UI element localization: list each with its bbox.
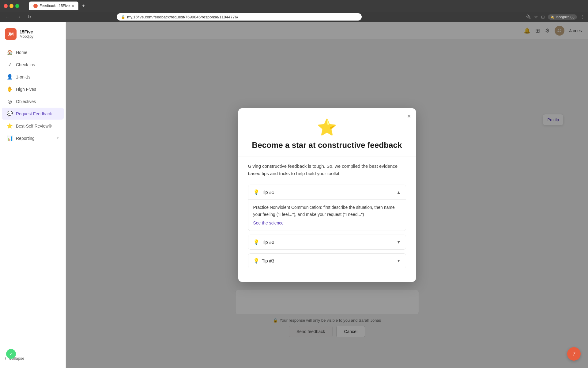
sidebar-item-highfives[interactable]: ✋ High Fives bbox=[2, 83, 64, 95]
sidebar-item-requestfeedback-label: Request Feedback bbox=[16, 111, 52, 116]
tip-3-label: Tip #3 bbox=[262, 258, 274, 263]
tip-3-icon: 💡 bbox=[253, 258, 259, 264]
tip-1-link[interactable]: See the science bbox=[253, 220, 284, 225]
sidebar-item-reporting[interactable]: 📊 Reporting ▾ bbox=[2, 132, 64, 144]
forward-button[interactable]: → bbox=[15, 14, 23, 20]
tip-1-content: Practice Nonviolent Communication: first… bbox=[248, 199, 406, 231]
tip-1-text: Practice Nonviolent Communication: first… bbox=[253, 204, 401, 218]
modal-body: Giving constructive feedback is tough. S… bbox=[238, 163, 416, 282]
tip-2-label: Tip #2 bbox=[262, 240, 274, 245]
extension-icon[interactable]: 🔌 bbox=[526, 14, 531, 19]
modal-close-button[interactable]: × bbox=[407, 113, 411, 119]
tip-1-label: Tip #1 bbox=[262, 190, 274, 195]
main-content: 🔔 ⊞ ⚙ JJ James Pro tip 🔒 Your response w… bbox=[66, 22, 588, 368]
modal-title: Become a star at constructive feedback bbox=[248, 140, 406, 150]
pro-tip-modal: × ⭐ Become a star at constructive feedba… bbox=[238, 108, 416, 282]
sidebar-item-requestfeedback[interactable]: 💬 Request Feedback bbox=[2, 108, 64, 120]
help-button[interactable]: ? bbox=[567, 347, 581, 361]
modal-divider bbox=[238, 156, 416, 156]
sidebar-nav: 🏠 Home ✓ Check-ins 👤 1-on-1s ✋ High Five… bbox=[0, 46, 66, 352]
back-button[interactable]: ← bbox=[4, 14, 12, 20]
sidebar-item-highfives-label: High Fives bbox=[16, 87, 36, 92]
active-tab[interactable]: Feedback · 15Five ✕ bbox=[29, 2, 78, 10]
tab-title: Feedback · 15Five bbox=[40, 4, 70, 8]
sidebar-item-bestself-label: Best-Self Review® bbox=[16, 124, 52, 128]
lock-icon: 🔒 bbox=[121, 15, 125, 19]
sidebar-item-home-label: Home bbox=[16, 50, 27, 55]
maximize-window-button[interactable] bbox=[15, 4, 19, 8]
reporting-chevron-icon: ▾ bbox=[57, 136, 59, 140]
tab-favicon bbox=[33, 4, 38, 8]
requestfeedback-icon: 💬 bbox=[7, 111, 13, 117]
brand-area: JM 15Five Moodjoy bbox=[0, 26, 66, 46]
new-tab-button[interactable]: + bbox=[80, 2, 87, 10]
modal-backdrop: × ⭐ Become a star at constructive feedba… bbox=[66, 22, 588, 368]
checkins-icon: ✓ bbox=[7, 62, 13, 67]
brand-name: 15Five bbox=[20, 29, 33, 34]
sidebar-item-1on1s-label: 1-on-1s bbox=[16, 75, 30, 79]
sidebar-item-home[interactable]: 🏠 Home bbox=[2, 46, 64, 58]
tip-3-header[interactable]: 💡 Tip #3 ▼ bbox=[248, 254, 406, 268]
menu-icon[interactable]: ⋮ bbox=[580, 14, 584, 19]
tip-2-toggle-icon: ▼ bbox=[397, 240, 401, 244]
brand-logo: JM bbox=[5, 28, 17, 40]
tip-1-icon: 💡 bbox=[253, 189, 259, 195]
tip-card-1: 💡 Tip #1 ▲ Practice Nonviolent Communica… bbox=[248, 185, 406, 231]
sidebar: JM 15Five Moodjoy 🏠 Home ✓ Check-ins 👤 1… bbox=[0, 22, 66, 368]
sidebar-item-objectives[interactable]: ◎ Objectives bbox=[2, 95, 64, 107]
sidebar-item-checkins-label: Check-ins bbox=[16, 62, 35, 67]
minimize-window-button[interactable] bbox=[9, 4, 13, 8]
1on1s-icon: 👤 bbox=[7, 74, 13, 80]
objectives-icon: ◎ bbox=[7, 98, 13, 104]
browser-chrome: Feedback · 15Five ✕ + ⋮ ← → ↻ 🔒 my.15fiv… bbox=[0, 0, 588, 22]
tip-3-toggle-icon: ▼ bbox=[397, 258, 401, 263]
modal-emoji: ⭐ bbox=[248, 118, 406, 137]
sidebar-item-bestself[interactable]: ⭐ Best-Self Review® bbox=[2, 120, 64, 132]
modal-description: Giving constructive feedback is tough. S… bbox=[248, 163, 406, 177]
tip-card-3: 💡 Tip #3 ▼ bbox=[248, 253, 406, 268]
close-window-button[interactable] bbox=[4, 4, 8, 8]
tab-close-button[interactable]: ✕ bbox=[72, 4, 74, 8]
sidebar-item-reporting-label: Reporting bbox=[16, 136, 35, 141]
tip-2-icon: 💡 bbox=[253, 239, 259, 245]
tip-1-header[interactable]: 💡 Tip #1 ▲ bbox=[248, 185, 406, 199]
modal-header: ⭐ Become a star at constructive feedback bbox=[238, 108, 416, 156]
reporting-icon: 📊 bbox=[7, 135, 13, 141]
highfives-icon: ✋ bbox=[7, 86, 13, 92]
tip-1-toggle-icon: ▲ bbox=[397, 190, 401, 195]
tip-card-2: 💡 Tip #2 ▼ bbox=[248, 235, 406, 250]
sidebar-item-1on1s[interactable]: 👤 1-on-1s bbox=[2, 71, 64, 83]
reload-button[interactable]: ↻ bbox=[26, 14, 33, 20]
tip-2-header[interactable]: 💡 Tip #2 ▼ bbox=[248, 235, 406, 249]
sidebar-item-checkins[interactable]: ✓ Check-ins bbox=[2, 59, 64, 71]
bookmark-icon[interactable]: ☆ bbox=[534, 14, 538, 19]
sidebar-item-objectives-label: Objectives bbox=[16, 99, 36, 104]
collapse-icon: ⟨ bbox=[5, 356, 6, 361]
bestself-icon: ⭐ bbox=[7, 123, 13, 129]
incognito-badge: 🕵 Incognito (2) bbox=[548, 14, 577, 20]
brand-sub: Moodjoy bbox=[20, 34, 33, 39]
home-icon: 🏠 bbox=[7, 49, 13, 55]
url-text: my.15five.com/feedback/request/7699845/r… bbox=[127, 15, 238, 19]
address-bar[interactable]: 🔒 my.15five.com/feedback/request/7699845… bbox=[117, 13, 362, 21]
split-screen-icon[interactable]: ⊞ bbox=[541, 14, 545, 19]
